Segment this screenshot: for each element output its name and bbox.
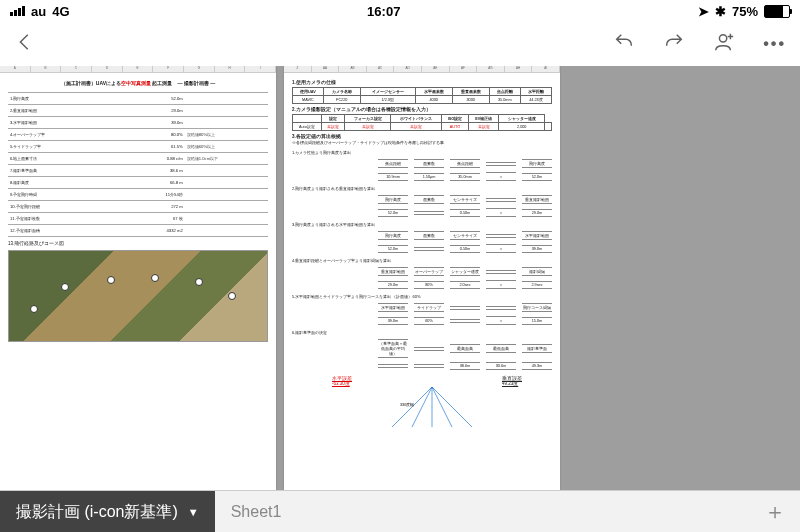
param-row: 2.垂直撮影範囲29.0m [8,105,268,117]
network-label: 4G [52,4,69,19]
param-row: 1.飛行高度52.0m [8,93,268,105]
redo-button[interactable] [663,31,685,57]
clock: 16:07 [367,4,400,19]
add-sheet-button[interactable]: ＋ [750,491,800,532]
aerial-map [8,250,268,342]
sec13-label: 13.飛行経路及びコース図 [8,241,268,246]
battery-icon [764,5,790,18]
sec3-title: 3.各設定値の算出根拠 [292,134,552,139]
more-button[interactable]: ••• [763,35,786,53]
status-bar: au 4G 16:07 ➤ ✱ 75% [0,0,800,22]
param-row: 12.予定撮影面積4332 m2 [8,225,268,237]
doc-page-2: ZAAABACADAEAFAGAHAI 1.使用カメラの仕様 使用UAVカメラ名… [284,66,560,490]
sec2-title: 2.カメラ撮影設定（マニュアルの場合は各種設定情報を入力） [292,107,552,112]
share-add-person-button[interactable] [713,31,735,57]
undo-button[interactable] [613,31,635,57]
param-row: 5.サイドラップ率61.5%規格値60%以上 [8,141,268,153]
tab-active-label: 撮影計画 (i-con新基準) [16,502,178,523]
sheet-tab-bar: 撮影計画 (i-con新基準) ▼ Sheet1 ＋ [0,490,800,532]
param-row: 11.予定撮影枚数67 枚 [8,213,268,225]
tab-active[interactable]: 撮影計画 (i-con新基準) ▼ [0,491,215,532]
param-row: 7.撮影基準面高38.6 m [8,165,268,177]
camera-setting-table: 設定フォーカス設定ホワイトバランスISO設定EV補正値シャッター速度Auto設定… [292,114,552,131]
calc-section: 1.カメラ性能より飛行高度を算出 焦点距離画素数焦点距離飛行高度 10.9mm1… [292,150,552,370]
battery-percent: 75% [732,4,758,19]
param-row: 4.オーバーラップ率80.0%規格値80%以上 [8,129,268,141]
sec3-note: ※各標点間距離及びオーバーラップ・サイドラップは現地条件を考慮し再検討する事 [292,141,552,145]
param-row: 3.水平撮影範囲39.0m [8,117,268,129]
param-table: 1.飛行高度52.0m2.垂直撮影範囲29.0m3.水平撮影範囲39.0m4.オ… [8,92,268,237]
tab-sheet1[interactable]: Sheet1 [215,491,298,532]
param-row: 6.地上画素寸法0.88 c/m規格値1.0cm以下 [8,153,268,165]
location-icon: ➤ [698,4,709,19]
page1-title: （施工計画書）UAVによる空中写真測量 起工測量 ― 撮影計画書 ― [8,80,268,86]
param-row: 9.予定飛行時間11分54秒 [8,189,268,201]
param-row: 8.撮影高度66.8 m [8,177,268,189]
param-row: 10.予定飛行距離272 m [8,201,268,213]
chevron-down-icon: ▼ [188,506,199,518]
sec1-title: 1.使用カメラの仕様 [292,80,552,85]
angle-diagram: 水平誤差-63.30度 垂直誤差49.23度 336度幅 [292,376,552,436]
signal-icon [10,6,25,16]
bluetooth-icon: ✱ [715,4,726,19]
back-button[interactable] [14,31,36,57]
spreadsheet-canvas[interactable]: ABCDEFGHI （施工計画書）UAVによる空中写真測量 起工測量 ― 撮影計… [0,66,800,490]
app-toolbar: ••• [0,22,800,66]
carrier-label: au [31,4,46,19]
doc-page-1: ABCDEFGHI （施工計画書）UAVによる空中写真測量 起工測量 ― 撮影計… [0,66,276,490]
tab-sheet1-label: Sheet1 [231,503,282,521]
camera-spec-table: 使用UAVカメラ名称イメージセンサー水平画素数垂直画素数焦点距離水平距離MAVI… [292,87,552,104]
